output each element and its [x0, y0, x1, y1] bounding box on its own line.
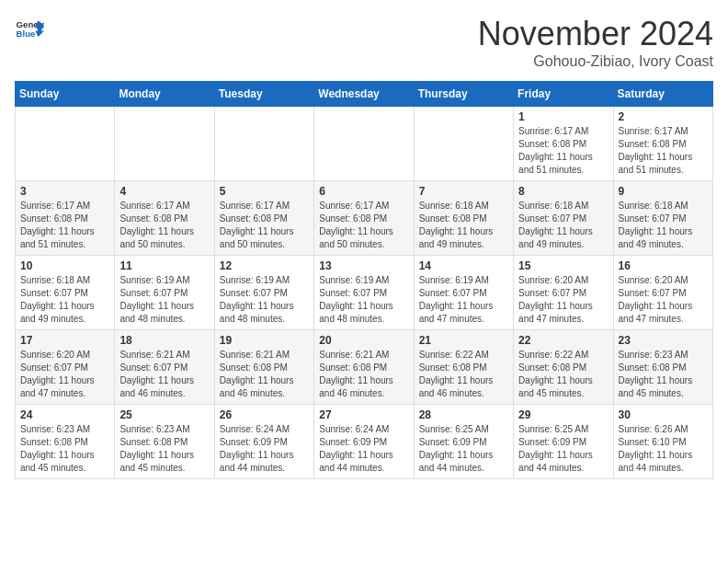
- day-cell: [214, 107, 313, 181]
- day-detail: Sunrise: 6:18 AM Sunset: 6:07 PM Dayligh…: [619, 201, 693, 249]
- weekday-thursday: Thursday: [414, 82, 513, 107]
- day-cell: 19Sunrise: 6:21 AM Sunset: 6:08 PM Dayli…: [214, 330, 313, 405]
- weekday-monday: Monday: [115, 82, 214, 107]
- day-number: 10: [20, 259, 109, 272]
- day-number: 2: [619, 110, 708, 123]
- day-detail: Sunrise: 6:17 AM Sunset: 6:08 PM Dayligh…: [319, 201, 393, 249]
- week-row-3: 10Sunrise: 6:18 AM Sunset: 6:07 PM Dayli…: [16, 256, 713, 330]
- svg-text:Blue: Blue: [17, 29, 36, 39]
- day-number: 26: [220, 408, 309, 421]
- day-cell: [16, 107, 115, 181]
- day-cell: 5Sunrise: 6:17 AM Sunset: 6:08 PM Daylig…: [214, 181, 313, 256]
- day-cell: 27Sunrise: 6:24 AM Sunset: 6:09 PM Dayli…: [314, 405, 414, 479]
- calendar-body: 1Sunrise: 6:17 AM Sunset: 6:08 PM Daylig…: [16, 107, 713, 479]
- day-detail: Sunrise: 6:18 AM Sunset: 6:08 PM Dayligh…: [419, 201, 494, 249]
- day-number: 5: [220, 185, 309, 198]
- day-number: 16: [619, 259, 708, 272]
- day-detail: Sunrise: 6:17 AM Sunset: 6:08 PM Dayligh…: [119, 201, 194, 249]
- day-detail: Sunrise: 6:19 AM Sunset: 6:07 PM Dayligh…: [319, 275, 393, 324]
- day-detail: Sunrise: 6:26 AM Sunset: 6:10 PM Dayligh…: [619, 424, 693, 473]
- day-number: 28: [419, 408, 508, 421]
- day-cell: 29Sunrise: 6:25 AM Sunset: 6:09 PM Dayli…: [514, 405, 613, 479]
- day-detail: Sunrise: 6:25 AM Sunset: 6:09 PM Dayligh…: [518, 424, 593, 473]
- day-number: 18: [119, 334, 209, 347]
- day-detail: Sunrise: 6:22 AM Sunset: 6:08 PM Dayligh…: [419, 350, 494, 398]
- day-detail: Sunrise: 6:21 AM Sunset: 6:08 PM Dayligh…: [319, 350, 393, 398]
- day-cell: 8Sunrise: 6:18 AM Sunset: 6:07 PM Daylig…: [514, 181, 613, 256]
- day-detail: Sunrise: 6:17 AM Sunset: 6:08 PM Dayligh…: [518, 126, 593, 175]
- day-cell: 14Sunrise: 6:19 AM Sunset: 6:07 PM Dayli…: [414, 256, 513, 330]
- day-detail: Sunrise: 6:21 AM Sunset: 6:07 PM Dayligh…: [119, 350, 194, 398]
- day-number: 4: [119, 185, 209, 198]
- day-cell: 10Sunrise: 6:18 AM Sunset: 6:07 PM Dayli…: [16, 256, 115, 330]
- day-number: 7: [419, 185, 508, 198]
- day-cell: 1Sunrise: 6:17 AM Sunset: 6:08 PM Daylig…: [514, 107, 613, 181]
- day-cell: [115, 107, 214, 181]
- day-detail: Sunrise: 6:24 AM Sunset: 6:09 PM Dayligh…: [220, 424, 294, 473]
- day-number: 24: [20, 408, 109, 421]
- day-cell: 3Sunrise: 6:17 AM Sunset: 6:08 PM Daylig…: [16, 181, 115, 256]
- day-cell: 13Sunrise: 6:19 AM Sunset: 6:07 PM Dayli…: [314, 256, 414, 330]
- title-area: November 2024 Gohouo-Zibiao, Ivory Coast: [478, 15, 713, 70]
- day-cell: 11Sunrise: 6:19 AM Sunset: 6:07 PM Dayli…: [115, 256, 214, 330]
- weekday-sunday: Sunday: [16, 82, 115, 107]
- calendar-subtitle: Gohouo-Zibiao, Ivory Coast: [478, 53, 713, 70]
- day-detail: Sunrise: 6:17 AM Sunset: 6:08 PM Dayligh…: [619, 126, 693, 175]
- day-detail: Sunrise: 6:23 AM Sunset: 6:08 PM Dayligh…: [119, 424, 194, 473]
- day-cell: 7Sunrise: 6:18 AM Sunset: 6:08 PM Daylig…: [414, 181, 513, 256]
- day-number: 25: [119, 408, 209, 421]
- day-detail: Sunrise: 6:20 AM Sunset: 6:07 PM Dayligh…: [518, 275, 593, 324]
- day-cell: 21Sunrise: 6:22 AM Sunset: 6:08 PM Dayli…: [414, 330, 513, 405]
- weekday-wednesday: Wednesday: [314, 82, 414, 107]
- day-cell: [414, 107, 513, 181]
- day-number: 30: [619, 408, 708, 421]
- day-number: 9: [619, 185, 708, 198]
- day-detail: Sunrise: 6:19 AM Sunset: 6:07 PM Dayligh…: [119, 275, 194, 324]
- day-cell: 6Sunrise: 6:17 AM Sunset: 6:08 PM Daylig…: [314, 181, 414, 256]
- day-cell: 16Sunrise: 6:20 AM Sunset: 6:07 PM Dayli…: [613, 256, 712, 330]
- day-cell: 17Sunrise: 6:20 AM Sunset: 6:07 PM Dayli…: [16, 330, 115, 405]
- day-number: 13: [319, 259, 408, 272]
- day-number: 12: [220, 259, 309, 272]
- weekday-header-row: SundayMondayTuesdayWednesdayThursdayFrid…: [16, 82, 713, 107]
- day-number: 14: [419, 259, 508, 272]
- day-cell: 2Sunrise: 6:17 AM Sunset: 6:08 PM Daylig…: [613, 107, 712, 181]
- day-cell: 15Sunrise: 6:20 AM Sunset: 6:07 PM Dayli…: [514, 256, 613, 330]
- day-number: 1: [518, 110, 608, 123]
- day-number: 17: [20, 334, 109, 347]
- day-detail: Sunrise: 6:24 AM Sunset: 6:09 PM Dayligh…: [319, 424, 393, 473]
- day-number: 21: [419, 334, 508, 347]
- day-detail: Sunrise: 6:19 AM Sunset: 6:07 PM Dayligh…: [220, 275, 294, 324]
- day-detail: Sunrise: 6:17 AM Sunset: 6:08 PM Dayligh…: [220, 201, 294, 249]
- calendar-table: SundayMondayTuesdayWednesdayThursdayFrid…: [15, 81, 713, 479]
- week-row-5: 24Sunrise: 6:23 AM Sunset: 6:08 PM Dayli…: [16, 405, 713, 479]
- day-number: 23: [619, 334, 708, 347]
- day-number: 22: [518, 334, 608, 347]
- day-number: 20: [319, 334, 408, 347]
- day-detail: Sunrise: 6:25 AM Sunset: 6:09 PM Dayligh…: [419, 424, 494, 473]
- day-cell: 9Sunrise: 6:18 AM Sunset: 6:07 PM Daylig…: [613, 181, 712, 256]
- header: General Blue November 2024 Gohouo-Zibiao…: [15, 15, 713, 70]
- day-number: 29: [518, 408, 608, 421]
- day-number: 8: [518, 185, 608, 198]
- day-cell: 25Sunrise: 6:23 AM Sunset: 6:08 PM Dayli…: [115, 405, 214, 479]
- day-cell: 23Sunrise: 6:23 AM Sunset: 6:08 PM Dayli…: [613, 330, 712, 405]
- calendar-title: November 2024: [478, 15, 713, 53]
- day-detail: Sunrise: 6:23 AM Sunset: 6:08 PM Dayligh…: [619, 350, 693, 398]
- weekday-saturday: Saturday: [613, 82, 712, 107]
- day-detail: Sunrise: 6:19 AM Sunset: 6:07 PM Dayligh…: [419, 275, 494, 324]
- week-row-4: 17Sunrise: 6:20 AM Sunset: 6:07 PM Dayli…: [16, 330, 713, 405]
- day-detail: Sunrise: 6:20 AM Sunset: 6:07 PM Dayligh…: [619, 275, 693, 324]
- logo: General Blue: [15, 15, 44, 44]
- day-detail: Sunrise: 6:20 AM Sunset: 6:07 PM Dayligh…: [20, 350, 95, 398]
- day-detail: Sunrise: 6:23 AM Sunset: 6:08 PM Dayligh…: [20, 424, 95, 473]
- day-cell: 22Sunrise: 6:22 AM Sunset: 6:08 PM Dayli…: [514, 330, 613, 405]
- day-number: 3: [20, 185, 109, 198]
- day-cell: 30Sunrise: 6:26 AM Sunset: 6:10 PM Dayli…: [613, 405, 712, 479]
- day-number: 15: [518, 259, 608, 272]
- weekday-friday: Friday: [514, 82, 613, 107]
- day-number: 19: [220, 334, 309, 347]
- day-detail: Sunrise: 6:21 AM Sunset: 6:08 PM Dayligh…: [220, 350, 294, 398]
- day-detail: Sunrise: 6:22 AM Sunset: 6:08 PM Dayligh…: [518, 350, 593, 398]
- week-row-2: 3Sunrise: 6:17 AM Sunset: 6:08 PM Daylig…: [16, 181, 713, 256]
